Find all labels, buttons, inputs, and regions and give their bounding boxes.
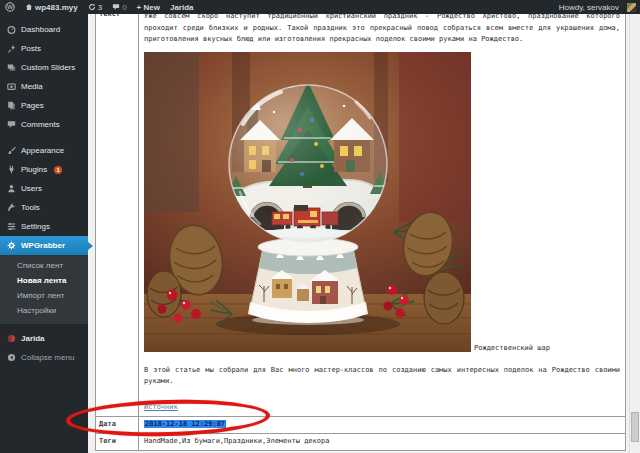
controls-icon <box>6 222 16 231</box>
pages-icon <box>6 101 16 110</box>
plugins-update-badge: 1 <box>54 166 62 174</box>
submenu-item-new-feed[interactable]: Новая лента <box>0 273 88 288</box>
collapse-arrow-icon <box>6 353 16 362</box>
svg-text:W: W <box>7 3 13 10</box>
image-caption: Рождественский шар <box>474 344 550 352</box>
wordpress-logo-icon[interactable]: W <box>0 0 20 14</box>
submenu-item-settings[interactable]: Настройки <box>0 303 88 318</box>
comments-link[interactable]: 0 <box>107 0 131 14</box>
home-icon <box>25 3 33 11</box>
wrench-icon <box>6 203 16 212</box>
post-paragraph-1: Уже совсем скоро наступит традиционный х… <box>144 11 620 46</box>
sidebar-item-settings[interactable]: Settings <box>0 217 88 236</box>
media-icon <box>6 82 16 91</box>
sidebar-item-media[interactable]: Media <box>0 77 88 96</box>
comments-icon <box>6 120 16 129</box>
tags-field-label: Теги <box>96 433 139 450</box>
field-label-text: Текст <box>96 5 139 417</box>
admin-sidebar: Dashboard Posts Custom Sliders Media Pag… <box>0 14 88 453</box>
sidebar-item-plugins[interactable]: Plugins 1 <box>0 160 88 179</box>
site-link[interactable]: wp483.myy <box>20 0 83 14</box>
submenu-item-feed-list[interactable]: Список лент <box>0 258 88 273</box>
sidebar-item-dashboard[interactable]: Dashboard <box>0 20 88 39</box>
feed-preview-table: Текст Уже совсем скоро наступит традицио… <box>95 4 626 451</box>
submenu-item-import-feeds[interactable]: Импорт лент <box>0 288 88 303</box>
date-value-selected: 2018-12-18 12:29:07 <box>144 420 226 428</box>
sidebar-item-pages[interactable]: Pages <box>0 96 88 115</box>
date-row: Дата 2018-12-18 12:29:07 <box>96 416 626 433</box>
theme-admin-link[interactable]: Jarida <box>165 0 199 14</box>
scrollbar-track[interactable] <box>629 14 640 453</box>
jarida-theme-icon <box>6 334 16 343</box>
sidebar-item-appearance[interactable]: Appearance <box>0 141 88 160</box>
plugin-icon <box>6 165 16 174</box>
comment-bubble-icon <box>112 3 120 11</box>
sidebar-item-jarida[interactable]: Jarida <box>0 329 88 348</box>
site-name: wp483.myy <box>35 3 78 12</box>
collapse-menu-button[interactable]: Collapse menu <box>0 348 88 367</box>
sidebar-item-wpgrabber[interactable]: WPGrabber <box>0 236 88 255</box>
wpgrabber-submenu: Список лент Новая лента Импорт лент Наст… <box>0 255 88 324</box>
howdy-account-link[interactable]: Howdy, servakov <box>554 0 624 14</box>
updates-icon <box>88 3 96 11</box>
snow-globe-photo <box>144 52 471 352</box>
tags-row: Теги HandMade,Из бумаги,Праздники,Элемен… <box>96 433 626 450</box>
post-paragraph-2: В этой статье мы собрали для Вас много м… <box>144 365 620 388</box>
dashboard-icon <box>6 25 16 34</box>
comment-count: 0 <box>122 3 126 12</box>
source-link[interactable]: Источник <box>144 403 178 411</box>
gear-icon <box>6 241 16 250</box>
updates-link[interactable]: 3 <box>83 0 107 14</box>
user-avatar[interactable] <box>627 3 636 12</box>
new-content-link[interactable]: + New <box>132 0 165 14</box>
admin-bar: W wp483.myy 3 0 + New Jarida Howdy, serv… <box>0 0 640 14</box>
sidebar-item-users[interactable]: Users <box>0 179 88 198</box>
sidebar-item-tools[interactable]: Tools <box>0 198 88 217</box>
sidebar-item-custom-sliders[interactable]: Custom Sliders <box>0 58 88 77</box>
slides-icon <box>6 63 16 72</box>
post-content-cell: Уже совсем скоро наступит традиционный х… <box>139 5 626 417</box>
sidebar-item-posts[interactable]: Posts <box>0 39 88 58</box>
date-field-label: Дата <box>96 416 139 433</box>
pushpin-icon <box>6 44 16 53</box>
scrollbar-thumb[interactable] <box>631 412 639 442</box>
tags-value: HandMade,Из бумаги,Праздники,Элементы де… <box>139 433 626 450</box>
brush-icon <box>6 146 16 155</box>
sidebar-item-comments[interactable]: Comments <box>0 115 88 134</box>
update-count: 3 <box>98 3 102 12</box>
user-icon <box>6 184 16 193</box>
